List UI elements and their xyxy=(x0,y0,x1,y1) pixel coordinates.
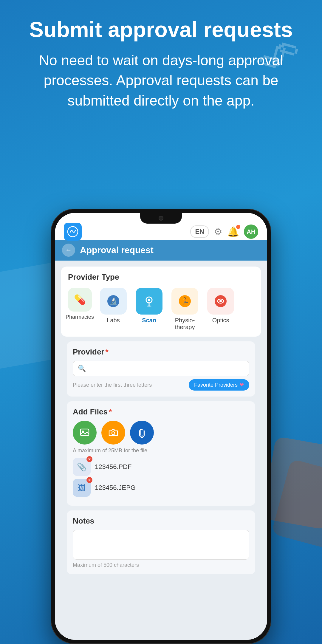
category-scan[interactable]: Scan xyxy=(133,288,165,331)
header-section: Submit approval requests No need to wait… xyxy=(0,18,322,111)
notification-dot xyxy=(236,225,240,229)
add-files-section: Add Files* xyxy=(67,401,255,506)
notes-label: Notes xyxy=(73,516,249,526)
provider-section: Provider* 🔍 Please enter the first three… xyxy=(67,341,255,397)
provider-type-card: Provider Type 💊 Pharmacies xyxy=(61,267,261,337)
file-item-pdf: 📎 × 123456.PDF xyxy=(73,458,249,476)
search-icon: 🔍 xyxy=(78,365,86,372)
lang-button[interactable]: EN xyxy=(190,225,209,238)
jpeg-file-name: 123456.JEPG xyxy=(95,484,136,492)
delete-jpeg-button[interactable]: × xyxy=(86,477,92,483)
gear-icon[interactable]: ⚙ xyxy=(214,226,222,237)
search-hint: Please enter the first three letters xyxy=(73,382,152,388)
app-content: EN ⚙ 🔔 AH ← Approval request xyxy=(55,213,267,640)
app-logo xyxy=(64,223,82,241)
back-button[interactable]: ← xyxy=(62,244,75,257)
svg-point-13 xyxy=(112,432,115,435)
camera-button[interactable] xyxy=(101,421,125,445)
svg-text:🏃: 🏃 xyxy=(181,297,189,305)
file-buttons xyxy=(73,421,249,445)
add-files-label: Add Files* xyxy=(73,407,249,417)
category-labs[interactable]: 🔬 Labs xyxy=(97,288,130,331)
phone-outer: EN ⚙ 🔔 AH ← Approval request xyxy=(51,209,271,644)
phone-notch xyxy=(140,213,182,224)
camera xyxy=(159,216,163,221)
jpeg-file-icon: 🖼 × xyxy=(73,479,91,497)
attach-button[interactable] xyxy=(130,421,154,445)
phone-inner: EN ⚙ 🔔 AH ← Approval request xyxy=(55,213,267,640)
svg-point-10 xyxy=(219,300,222,302)
top-bar-icons: EN ⚙ 🔔 AH xyxy=(190,225,258,239)
bell-wrapper: 🔔 xyxy=(227,226,239,237)
main-area: Provider Type 💊 Pharmacies xyxy=(55,261,267,585)
svg-text:🔬: 🔬 xyxy=(109,297,118,305)
delete-pdf-button[interactable]: × xyxy=(86,456,92,462)
file-item-jpeg: 🖼 × 123456.JEPG xyxy=(73,479,249,497)
pdf-file-name: 123456.PDF xyxy=(95,463,132,471)
header-subtitle: No need to wait on days-long approval pr… xyxy=(18,50,304,111)
header-title: Submit approval requests xyxy=(18,18,304,41)
categories-scroll: 💊 Pharmacies 🔬 xyxy=(61,285,261,337)
category-pharmacies[interactable]: 💊 Pharmacies xyxy=(66,288,94,331)
notes-section: Notes Maximum of 500 characters xyxy=(67,510,255,574)
notes-input[interactable] xyxy=(73,530,249,560)
pdf-file-icon: 📎 × xyxy=(73,458,91,476)
heart-icon: ❤ xyxy=(239,382,244,388)
provider-type-label: Provider Type xyxy=(61,267,261,285)
nav-bar: ← Approval request xyxy=(55,240,267,261)
hint-row: Please enter the first three letters Fav… xyxy=(73,379,249,391)
avatar: AH xyxy=(244,225,258,239)
phone-mockup: EN ⚙ 🔔 AH ← Approval request xyxy=(51,209,271,644)
svg-point-4 xyxy=(148,299,150,301)
gallery-button[interactable] xyxy=(73,421,97,445)
provider-search-box[interactable]: 🔍 xyxy=(73,361,249,376)
favorite-providers-button[interactable]: Favorite Providers ❤ xyxy=(189,379,249,391)
provider-label: Provider* xyxy=(73,347,249,357)
nav-title: Approval request xyxy=(80,245,154,255)
notes-max-hint: Maximum of 500 characters xyxy=(73,562,249,568)
svg-point-5 xyxy=(147,305,151,307)
category-optics[interactable]: Optics xyxy=(204,288,237,331)
file-size-hint: A maximum of 25MB for the file xyxy=(73,448,249,454)
category-physiotherapy[interactable]: 🏃 Physio-therapy xyxy=(168,288,201,331)
